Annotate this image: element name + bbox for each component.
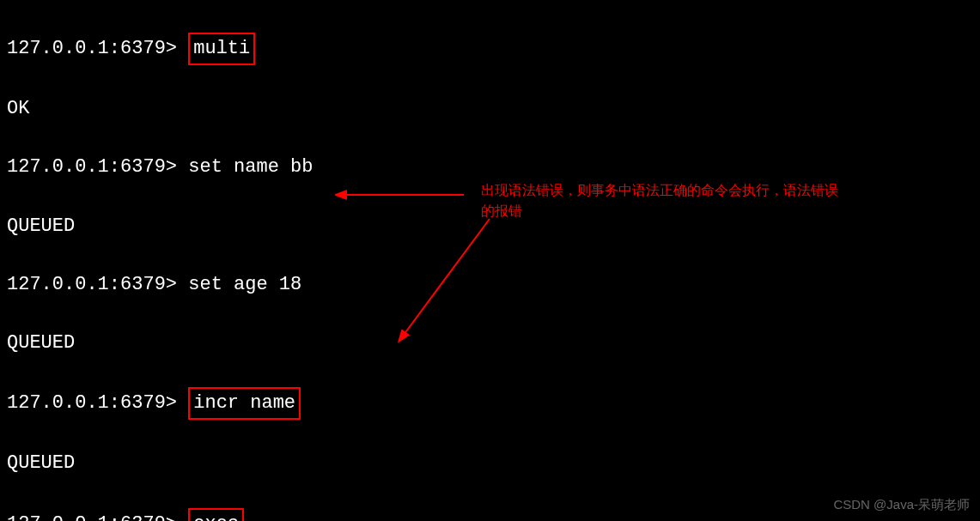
output-line: OK	[7, 94, 973, 124]
command-multi: multi	[188, 33, 255, 65]
prompt: 127.0.0.1:6379>	[7, 38, 177, 59]
cmd-line[interactable]: 127.0.0.1:6379> multi	[7, 33, 973, 65]
command-set-age: set age 18	[188, 274, 301, 295]
cmd-line[interactable]: 127.0.0.1:6379> incr name	[7, 387, 973, 420]
output-line: QUEUED	[7, 329, 973, 358]
prompt: 127.0.0.1:6379>	[7, 274, 177, 295]
cmd-line[interactable]: 127.0.0.1:6379> set age 18	[7, 270, 973, 300]
prompt: 127.0.0.1:6379>	[7, 513, 177, 521]
cmd-line[interactable]: 127.0.0.1:6379> set name bb	[7, 153, 973, 182]
command-incr-name: incr name	[188, 387, 301, 420]
command-exec: exec	[188, 508, 244, 521]
command-set-name: set name bb	[188, 156, 313, 178]
prompt: 127.0.0.1:6379>	[7, 156, 177, 178]
output-line: QUEUED	[7, 449, 973, 478]
cmd-line[interactable]: 127.0.0.1:6379> exec	[7, 508, 973, 521]
watermark: CSDN @Java-呆萌老师	[833, 494, 970, 514]
prompt: 127.0.0.1:6379>	[7, 392, 177, 414]
terminal-output: 127.0.0.1:6379> multi OK 127.0.0.1:6379>…	[7, 3, 973, 521]
annotation-text: 出现语法错误，则事务中语法正确的命令会执行，语法错误的报错	[481, 180, 842, 221]
